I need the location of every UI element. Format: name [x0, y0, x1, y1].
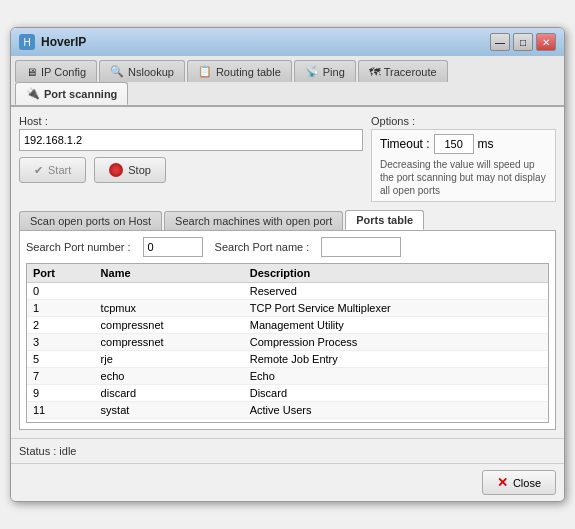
tab-traceroute[interactable]: 🗺 Traceroute: [358, 60, 448, 82]
close-button[interactable]: ✕ Close: [482, 470, 556, 495]
sub-tabs-bar: Scan open ports on Host Search machines …: [19, 210, 556, 230]
ports-table: Port Name Description 0Reserved1tcpmuxTC…: [27, 264, 548, 423]
options-note: Decreasing the value will speed up the p…: [380, 158, 547, 197]
cell-description: Management Utility: [244, 317, 548, 334]
ports-table-wrapper[interactable]: Port Name Description 0Reserved1tcpmuxTC…: [26, 263, 549, 423]
cell-name: rje: [95, 351, 244, 368]
window-title: HoverIP: [41, 35, 490, 49]
cell-name: echo: [95, 368, 244, 385]
cell-description: Echo: [244, 368, 548, 385]
start-button[interactable]: ✔ Start: [19, 157, 86, 183]
tab-nslookup[interactable]: 🔍 Nslookup: [99, 60, 185, 82]
sub-tab-search-machines[interactable]: Search machines with open port: [164, 211, 343, 230]
table-row[interactable]: 0Reserved: [27, 283, 548, 300]
port-name-input[interactable]: [321, 237, 401, 257]
table-row[interactable]: 3compressnetCompression Process: [27, 334, 548, 351]
cell-port: 13: [27, 419, 95, 424]
action-buttons: ✔ Start Stop: [19, 157, 363, 183]
cell-name: discard: [95, 385, 244, 402]
routing-table-icon: 📋: [198, 65, 212, 78]
stop-circle-icon: [109, 163, 123, 177]
tab-routing-table[interactable]: 📋 Routing table: [187, 60, 292, 82]
host-input[interactable]: [19, 129, 363, 151]
traceroute-icon: 🗺: [369, 66, 380, 78]
cell-name: compressnet: [95, 317, 244, 334]
cell-description: TCP Port Service Multiplexer: [244, 300, 548, 317]
ping-icon: 📡: [305, 65, 319, 78]
options-section: Options : Timeout : ms Decreasing the va…: [371, 115, 556, 202]
cell-port: 2: [27, 317, 95, 334]
tab-ping[interactable]: 📡 Ping: [294, 60, 356, 82]
status-bar: Status : idle: [11, 438, 564, 463]
cell-description: Remote Job Entry: [244, 351, 548, 368]
nslookup-icon: 🔍: [110, 65, 124, 78]
col-port: Port: [27, 264, 95, 283]
cell-port: 5: [27, 351, 95, 368]
col-name: Name: [95, 264, 244, 283]
table-row[interactable]: 2compressnetManagement Utility: [27, 317, 548, 334]
cell-port: 7: [27, 368, 95, 385]
host-section: Host : ✔ Start Stop: [19, 115, 363, 202]
tab-content: Host : ✔ Start Stop Options :: [11, 107, 564, 438]
cell-description: Compression Process: [244, 334, 548, 351]
ports-panel: Search Port number : Search Port name : …: [19, 230, 556, 430]
maximize-button[interactable]: □: [513, 33, 533, 51]
options-label: Options :: [371, 115, 556, 127]
cell-port: 9: [27, 385, 95, 402]
table-row[interactable]: 5rjeRemote Job Entry: [27, 351, 548, 368]
timeout-label: Timeout :: [380, 137, 430, 151]
table-row[interactable]: 7echoEcho: [27, 368, 548, 385]
main-window: H HoverIP — □ ✕ 🖥 IP Config 🔍 Nslookup 📋…: [10, 27, 565, 502]
port-name-label: Search Port name :: [215, 241, 310, 253]
main-tabs: 🖥 IP Config 🔍 Nslookup 📋 Routing table 📡…: [11, 56, 564, 107]
cell-description: Active Users: [244, 402, 548, 419]
title-bar: H HoverIP — □ ✕: [11, 28, 564, 56]
tab-ip-config[interactable]: 🖥 IP Config: [15, 60, 97, 82]
window-close-button[interactable]: ✕: [536, 33, 556, 51]
close-x-icon: ✕: [497, 475, 508, 490]
timeout-row: Timeout : ms: [380, 134, 547, 154]
cell-name: [95, 283, 244, 300]
app-icon: H: [19, 34, 35, 50]
options-box: Timeout : ms Decreasing the value will s…: [371, 129, 556, 202]
cell-name: tcpmux: [95, 300, 244, 317]
host-options-row: Host : ✔ Start Stop Options :: [19, 115, 556, 202]
timeout-unit: ms: [478, 137, 494, 151]
tab-port-scanning[interactable]: 🔌 Port scanning: [15, 82, 128, 105]
minimize-button[interactable]: —: [490, 33, 510, 51]
title-bar-buttons: — □ ✕: [490, 33, 556, 51]
ip-config-icon: 🖥: [26, 66, 37, 78]
cell-name: systat: [95, 402, 244, 419]
cell-name: compressnet: [95, 334, 244, 351]
cell-port: 3: [27, 334, 95, 351]
search-row: Search Port number : Search Port name :: [26, 237, 549, 257]
cell-description: Discard: [244, 385, 548, 402]
cell-port: 11: [27, 402, 95, 419]
table-row[interactable]: 13daytimeDaytime (RFC 867): [27, 419, 548, 424]
cell-port: 1: [27, 300, 95, 317]
table-row[interactable]: 1tcpmuxTCP Port Service Multiplexer: [27, 300, 548, 317]
stop-button[interactable]: Stop: [94, 157, 166, 183]
table-row[interactable]: 9discardDiscard: [27, 385, 548, 402]
start-check-icon: ✔: [34, 164, 43, 177]
col-description: Description: [244, 264, 548, 283]
port-number-label: Search Port number :: [26, 241, 131, 253]
sub-tab-ports-table[interactable]: Ports table: [345, 210, 424, 230]
close-label: Close: [513, 477, 541, 489]
cell-description: Reserved: [244, 283, 548, 300]
status-value: idle: [59, 445, 76, 457]
port-number-input[interactable]: [143, 237, 203, 257]
timeout-input[interactable]: [434, 134, 474, 154]
status-label: Status :: [19, 445, 56, 457]
sub-tab-scan-open-ports[interactable]: Scan open ports on Host: [19, 211, 162, 230]
footer: ✕ Close: [11, 463, 564, 501]
cell-description: Daytime (RFC 867): [244, 419, 548, 424]
port-scanning-icon: 🔌: [26, 87, 40, 100]
table-row[interactable]: 11systatActive Users: [27, 402, 548, 419]
cell-name: daytime: [95, 419, 244, 424]
host-label: Host :: [19, 115, 363, 127]
cell-port: 0: [27, 283, 95, 300]
